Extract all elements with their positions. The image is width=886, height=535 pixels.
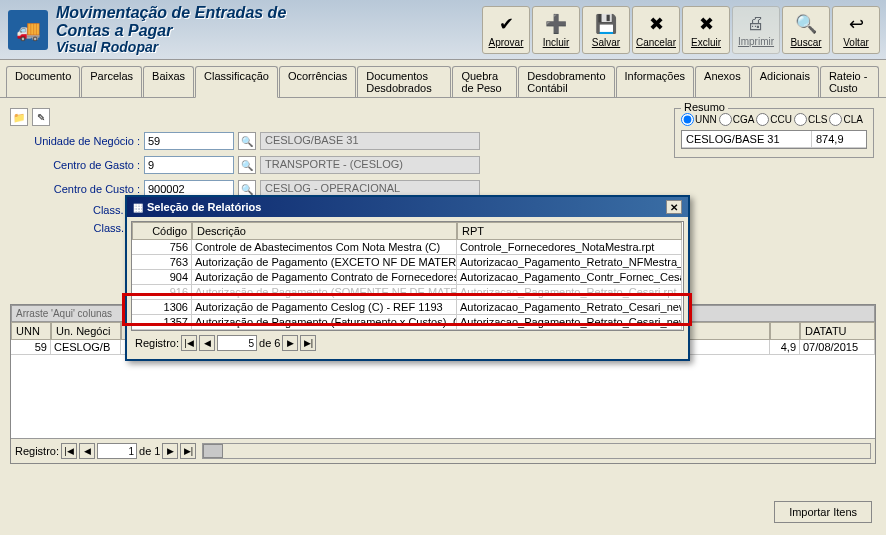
th-extra	[770, 322, 800, 340]
unidade-label: Unidade de Negócio :	[10, 135, 140, 147]
modal-grid-body[interactable]: 756 Controle de Abastecimentos Com Nota …	[132, 240, 683, 330]
unidade-input[interactable]	[144, 132, 234, 150]
tab-classificacao[interactable]: Classificação	[195, 66, 278, 98]
modal-nav-current-input[interactable]	[217, 335, 257, 351]
voltar-button[interactable]: ↩ Voltar	[832, 6, 880, 54]
tab-quebra-de-peso[interactable]: Quebra de Peso	[452, 66, 517, 97]
tab-ocorrencias[interactable]: Ocorrências	[279, 66, 356, 97]
modal-title-bar[interactable]: ▦ Seleção de Relatórios ✕	[127, 197, 688, 217]
buscar-button[interactable]: 🔍 Buscar	[782, 6, 830, 54]
th-datatu[interactable]: DATATU	[800, 322, 875, 340]
folder-icon-button[interactable]: 📁	[10, 108, 28, 126]
imprimir-button: 🖨 Imprimir	[732, 6, 780, 54]
tab-adicionais[interactable]: Adicionais	[751, 66, 819, 97]
main-toolbar: ✔ Aprovar ➕ Incluir 💾 Salvar ✖ Cancelar …	[482, 6, 880, 54]
tab-documentos-desdobrados[interactable]: Documentos Desdobrados	[357, 66, 451, 97]
save-icon: 💾	[595, 13, 617, 35]
check-icon: ✔	[499, 13, 514, 35]
modal-nav-total: de 6	[259, 337, 280, 349]
radio-cls[interactable]: CLS	[794, 113, 827, 126]
delete-icon: ✖	[699, 13, 714, 35]
resumo-cell-name: CESLOG/BASE 31	[682, 131, 812, 147]
nav-prev-button[interactable]: ◀	[79, 443, 95, 459]
tab-baixas[interactable]: Baixas	[143, 66, 194, 97]
salvar-button[interactable]: 💾 Salvar	[582, 6, 630, 54]
print-icon: 🖨	[747, 13, 765, 34]
modal-title: Seleção de Relatórios	[147, 201, 261, 213]
nav-next-button[interactable]: ▶	[162, 443, 178, 459]
report-icon: ▦	[133, 201, 143, 214]
centro-gasto-display: TRANSPORTE - (CESLOG)	[260, 156, 480, 174]
nav-last-button[interactable]: ▶|	[180, 443, 196, 459]
truck-icon: 🚚	[8, 10, 48, 50]
modal-nav-first-button[interactable]: |◀	[181, 335, 197, 351]
modal-row[interactable]: 763 Autorização de Pagamento (EXCETO NF …	[132, 255, 683, 270]
modal-nav-last-button[interactable]: ▶|	[300, 335, 316, 351]
record-label: Registro:	[15, 445, 59, 457]
th-unn[interactable]: UNN	[11, 322, 51, 340]
horizontal-scrollbar[interactable]	[202, 443, 871, 459]
incluir-button[interactable]: ➕ Incluir	[532, 6, 580, 54]
nav-current-input[interactable]	[97, 443, 137, 459]
modal-row-highlighted[interactable]: 1306 Autorização de Pagamento Ceslog (C)…	[132, 300, 683, 315]
unidade-display: CESLOG/BASE 31	[260, 132, 480, 150]
resumo-radio-row: UNN CGA CCU CLS CLA	[681, 113, 867, 126]
aprovar-button[interactable]: ✔ Aprovar	[482, 6, 530, 54]
excluir-button[interactable]: ✖ Excluir	[682, 6, 730, 54]
radio-cla[interactable]: CLA	[829, 113, 862, 126]
tab-rateio-custo[interactable]: Rateio - Custo	[820, 66, 879, 97]
modal-record-nav: Registro: |◀ ◀ de 6 ▶ ▶|	[131, 331, 684, 355]
modal-row[interactable]: 1357 Autorização de Pagamento (Faturamen…	[132, 315, 683, 330]
tab-bar: Documento Parcelas Baixas Classificação …	[0, 60, 886, 98]
selecao-relatorios-modal: ▦ Seleção de Relatórios ✕ Código Descriç…	[125, 195, 690, 361]
modal-record-label: Registro:	[135, 337, 179, 349]
resumo-grid: CESLOG/BASE 31 874,9	[681, 130, 867, 149]
resumo-cell-value: 874,9	[812, 131, 864, 147]
modal-close-button[interactable]: ✕	[666, 200, 682, 214]
centro-gasto-label: Centro de Gasto :	[10, 159, 140, 171]
modal-row[interactable]: 916 Autorização de Pagamento (SOMENTE NF…	[132, 285, 683, 300]
radio-cga[interactable]: CGA	[719, 113, 755, 126]
modal-grid-header: Código Descrição RPT	[132, 222, 683, 240]
modal-nav-next-button[interactable]: ▶	[282, 335, 298, 351]
modal-th-rpt[interactable]: RPT	[457, 222, 682, 240]
modal-grid: Código Descrição RPT 756 Controle de Aba…	[131, 221, 684, 331]
unidade-lookup-button[interactable]: 🔍	[238, 132, 256, 150]
cancel-icon: ✖	[649, 13, 664, 35]
tab-informacoes[interactable]: Informações	[616, 66, 695, 97]
tab-documento[interactable]: Documento	[6, 66, 80, 97]
bottom-record-nav: Registro: |◀ ◀ de 1 ▶ ▶|	[11, 438, 875, 463]
centro-custo-label: Centro de Custo :	[10, 183, 140, 195]
centro-gasto-input[interactable]	[144, 156, 234, 174]
tab-desdobramento-contabil[interactable]: Desdobramento Contábil	[518, 66, 614, 97]
modal-nav-prev-button[interactable]: ◀	[199, 335, 215, 351]
importar-itens-button[interactable]: Importar Itens	[774, 501, 872, 523]
resumo-title: Resumo	[681, 101, 728, 113]
modal-th-descricao[interactable]: Descrição	[192, 222, 457, 240]
radio-ccu[interactable]: CCU	[756, 113, 792, 126]
radio-unn[interactable]: UNN	[681, 113, 717, 126]
centro-gasto-lookup-button[interactable]: 🔍	[238, 156, 256, 174]
plus-icon: ➕	[545, 13, 567, 35]
nav-total: de 1	[139, 445, 160, 457]
class-sir-label: Class. Sir	[10, 204, 140, 216]
back-icon: ↩	[849, 13, 864, 35]
nav-first-button[interactable]: |◀	[61, 443, 77, 459]
cancelar-button[interactable]: ✖ Cancelar	[632, 6, 680, 54]
search-icon: 🔍	[795, 13, 817, 35]
app-header: 🚚 Movimentação de Entradas de Contas a P…	[0, 0, 886, 60]
resumo-panel: Resumo UNN CGA CCU CLS CLA CESLOG/BASE 3…	[674, 108, 874, 158]
modal-th-codigo[interactable]: Código	[132, 222, 192, 240]
tab-parcelas[interactable]: Parcelas	[81, 66, 142, 97]
class-an-label: Class. An	[10, 222, 140, 234]
tab-anexos[interactable]: Anexos	[695, 66, 750, 97]
modal-row[interactable]: 904 Autorização de Pagamento Contrato de…	[132, 270, 683, 285]
pencil-icon-button[interactable]: ✎	[32, 108, 50, 126]
th-un-negoci[interactable]: Un. Negóci	[51, 322, 121, 340]
modal-row[interactable]: 756 Controle de Abastecimentos Com Nota …	[132, 240, 683, 255]
